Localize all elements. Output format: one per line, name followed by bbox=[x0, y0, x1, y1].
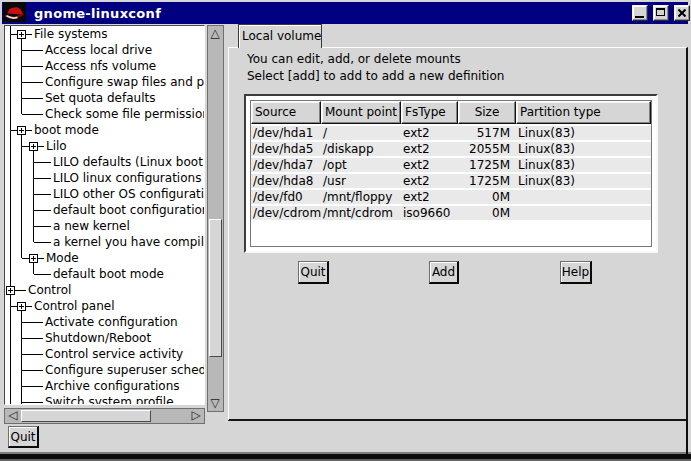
mounts-table-header: SourceMount pointFsTypeSizePartition typ… bbox=[251, 101, 651, 124]
tree-connector-line bbox=[34, 226, 51, 227]
column-header[interactable]: FsType bbox=[401, 101, 458, 124]
vertical-scrollbar-thumb[interactable] bbox=[209, 219, 222, 357]
scroll-right-icon[interactable]: ▷ bbox=[189, 409, 203, 422]
table-cell: /dev/cdrom bbox=[251, 206, 321, 220]
table-row[interactable]: /dev/hda5/diskappext22055MLinux(83) bbox=[251, 142, 651, 158]
close-button[interactable] bbox=[674, 5, 690, 21]
table-cell: ext2 bbox=[401, 126, 458, 140]
footer-quit-button[interactable]: Quit bbox=[8, 426, 39, 448]
tree-item[interactable]: Mode bbox=[46, 251, 79, 265]
tree-item[interactable]: Switch system profile bbox=[45, 395, 174, 405]
table-cell: 517M bbox=[458, 126, 516, 140]
table-cell: /mnt/cdrom bbox=[321, 206, 401, 220]
tree-item[interactable]: a kernel you have compiled bbox=[53, 235, 205, 249]
help-button[interactable]: Help bbox=[560, 261, 592, 284]
column-header[interactable]: Source bbox=[251, 101, 321, 124]
scroll-left-icon[interactable]: ◁ bbox=[6, 409, 20, 422]
mounts-table[interactable]: SourceMount pointFsTypeSizePartition typ… bbox=[250, 100, 652, 247]
tree-item[interactable]: Access nfs volume bbox=[45, 59, 156, 73]
table-cell: 1725M bbox=[458, 158, 516, 172]
maximize-button[interactable] bbox=[653, 5, 669, 21]
minimize-button[interactable] bbox=[632, 5, 648, 21]
tree-connector-line bbox=[22, 114, 43, 115]
tree-item[interactable]: Control service activity bbox=[45, 347, 183, 361]
table-cell bbox=[516, 206, 651, 220]
table-cell: /dev/hda8 bbox=[251, 174, 321, 188]
tree-connector-line bbox=[34, 274, 51, 275]
tree-connector-line bbox=[22, 338, 43, 339]
table-cell: Linux(83) bbox=[516, 126, 651, 140]
column-header[interactable]: Size bbox=[458, 101, 516, 124]
table-cell: / bbox=[321, 126, 401, 140]
tree-item[interactable]: LILO defaults (Linux boot loader) bbox=[53, 155, 205, 169]
maximize-icon bbox=[656, 8, 665, 16]
table-cell: /usr bbox=[321, 174, 401, 188]
tree-item[interactable]: Control panel bbox=[34, 299, 114, 313]
tree-expander-icon[interactable] bbox=[29, 254, 38, 263]
scroll-up-icon[interactable]: △ bbox=[208, 27, 222, 40]
horizontal-scrollbar-thumb[interactable] bbox=[21, 410, 151, 422]
tab-local-volume[interactable]: Local volume bbox=[238, 24, 322, 48]
tree-vertical-scrollbar[interactable]: △ ▽ bbox=[207, 25, 224, 412]
table-cell: /diskapp bbox=[321, 142, 401, 156]
tree-expander-icon[interactable] bbox=[29, 142, 38, 151]
tree-connector-line bbox=[26, 34, 32, 35]
tree-item[interactable]: Set quota defaults bbox=[45, 91, 155, 105]
tree-item[interactable]: default boot mode bbox=[53, 267, 164, 281]
table-cell: 1725M bbox=[458, 174, 516, 188]
tree-item[interactable]: LILO linux configurations bbox=[53, 171, 201, 185]
tree-item[interactable]: Configure swap files and partitions bbox=[45, 75, 205, 89]
tree-item[interactable]: Access local drive bbox=[45, 43, 152, 57]
tree-item[interactable]: Lilo bbox=[46, 139, 67, 153]
tree-item[interactable]: Configure superuser scheduled tasks bbox=[45, 363, 205, 377]
table-row[interactable]: /dev/fd0/mnt/floppyext20M bbox=[251, 190, 651, 206]
tree-connector-line bbox=[34, 194, 51, 195]
table-cell: ext2 bbox=[401, 142, 458, 156]
tree-horizontal-scrollbar[interactable]: ◁ ▷ bbox=[4, 408, 205, 424]
tree-item[interactable]: Control bbox=[28, 283, 71, 297]
table-cell: Linux(83) bbox=[516, 174, 651, 188]
tree-item[interactable]: Archive configurations bbox=[45, 379, 180, 393]
tree-item[interactable]: File systems bbox=[34, 27, 108, 41]
table-cell: ext2 bbox=[401, 158, 458, 172]
tree-expander-icon[interactable] bbox=[17, 126, 26, 135]
tree-connector-line bbox=[22, 82, 43, 83]
scroll-down-icon[interactable]: ▽ bbox=[208, 397, 222, 410]
table-cell: /dev/hda5 bbox=[251, 142, 321, 156]
tree-expander-icon[interactable] bbox=[17, 30, 26, 39]
tree-item[interactable]: a new kernel bbox=[53, 219, 130, 233]
table-row[interactable]: /dev/cdrom/mnt/cdromiso96600M bbox=[251, 206, 651, 222]
column-header[interactable]: Partition type bbox=[516, 101, 651, 124]
tree-expander-icon[interactable] bbox=[6, 286, 15, 295]
tree-item[interactable]: Check some file permissions bbox=[45, 107, 205, 121]
tree-connector-line bbox=[21, 135, 22, 258]
tree-item[interactable]: boot mode bbox=[34, 123, 99, 137]
table-row[interactable]: /dev/hda8/usrext21725MLinux(83) bbox=[251, 174, 651, 190]
table-row[interactable]: /dev/hda1/ext2517MLinux(83) bbox=[251, 126, 651, 142]
tree-connector-line bbox=[22, 354, 43, 355]
tree-expander-icon[interactable] bbox=[17, 302, 26, 311]
table-cell: ext2 bbox=[401, 174, 458, 188]
tree-connector-line bbox=[22, 146, 29, 147]
tree-connector-line bbox=[10, 26, 11, 286]
tree-item[interactable]: LILO other OS configurations bbox=[53, 187, 205, 201]
column-header[interactable]: Mount point bbox=[321, 101, 401, 124]
table-row[interactable]: /dev/hda7/optext21725MLinux(83) bbox=[251, 158, 651, 174]
tree-item[interactable]: default boot configuration bbox=[53, 203, 205, 217]
tree-item[interactable]: Activate configuration bbox=[45, 315, 178, 329]
tree-connector-line bbox=[22, 98, 43, 99]
app-icon[interactable] bbox=[3, 2, 26, 22]
tree-item[interactable]: Shutdown/Reboot bbox=[45, 331, 151, 345]
tree-connector-line bbox=[22, 402, 43, 403]
table-cell: 2055M bbox=[458, 142, 516, 156]
table-cell: /mnt/floppy bbox=[321, 190, 401, 204]
title-bar[interactable]: gnome-linuxconf bbox=[2, 2, 688, 24]
tree-connector-line bbox=[22, 322, 43, 323]
tree-view[interactable]: File systemsAccess local driveAccess nfs… bbox=[4, 25, 205, 405]
tree-connector-line bbox=[15, 290, 26, 291]
tab-label: Local volume bbox=[242, 29, 321, 43]
tree-connector-line bbox=[22, 370, 43, 371]
tree-connector-line bbox=[22, 66, 43, 67]
add-button[interactable]: Add bbox=[429, 261, 459, 284]
quit-button[interactable]: Quit bbox=[298, 261, 329, 284]
